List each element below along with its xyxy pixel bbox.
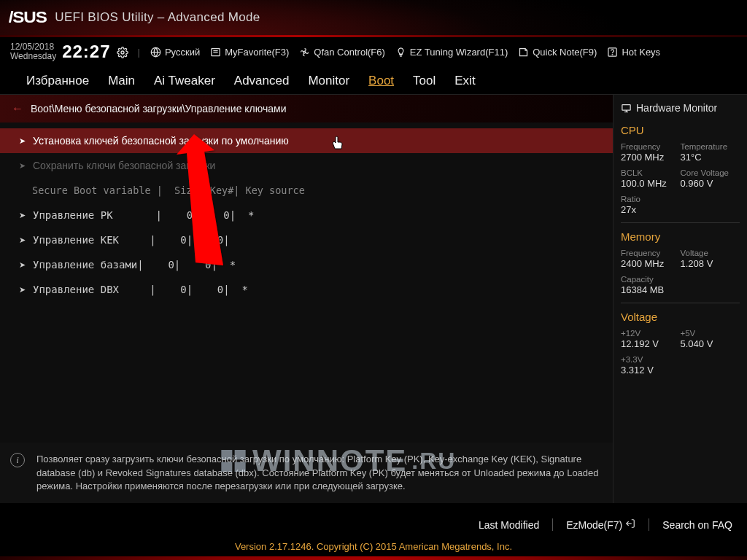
- svg-rect-8: [622, 104, 630, 110]
- submenu-arrow-icon: ➤: [19, 136, 26, 146]
- decorative-stripe: [0, 556, 747, 560]
- v33-value: 3.312 V: [621, 365, 740, 376]
- content-panel: ← Boot\Меню безопасной загрузки\Управлен…: [0, 95, 613, 503]
- tab-boot[interactable]: Boot: [368, 74, 394, 88]
- row-dbx[interactable]: ➤ Управление DBX | 0| 0| *: [0, 277, 613, 302]
- copyright-text: Version 2.17.1246. Copyright (C) 2015 Am…: [0, 538, 747, 556]
- qfan-label: Qfan Control(F6): [314, 47, 385, 58]
- quicknote-label: Quick Note(F9): [533, 47, 597, 58]
- fan-icon: [299, 47, 310, 58]
- bclk-value: 100.0 MHz: [621, 178, 681, 189]
- app-title: UEFI BIOS Utility – Advanced Mode: [55, 10, 260, 25]
- hotkeys-label: Hot Keys: [622, 47, 660, 58]
- eztuning-button[interactable]: EZ Tuning Wizard(F11): [395, 47, 508, 58]
- submenu-arrow-icon: ➤: [19, 161, 26, 171]
- mem-cap-label: Capacity: [621, 275, 740, 284]
- help-text: Позволяет сразу загрузить ключи безопасн…: [36, 454, 599, 491]
- row-label: Управление базами| 0| 0| *: [33, 259, 236, 271]
- v12-value: 12.192 V: [621, 338, 681, 349]
- quicknote-button[interactable]: Quick Note(F9): [518, 47, 597, 58]
- row-label: Управление DBX | 0| 0| *: [33, 284, 248, 295]
- svg-point-5: [304, 51, 306, 53]
- tab-exit[interactable]: Exit: [454, 74, 475, 88]
- datetime-block: 12/05/2018 Wednesday 22:27: [10, 42, 128, 62]
- language-select[interactable]: Русский: [150, 47, 200, 58]
- weekday-text: Wednesday: [10, 52, 56, 61]
- settings-list: ➤ Установка ключей безопасной загрузки п…: [0, 122, 613, 443]
- row-pk[interactable]: ➤ Управление PK | 0| 0| *: [0, 203, 613, 228]
- globe-icon: [150, 47, 161, 58]
- v33-label: +3.3V: [621, 355, 740, 364]
- hwmon-title-text: Hardware Monitor: [636, 102, 717, 114]
- v12-label: +12V: [621, 329, 681, 338]
- main-tabs: Избранное Main Ai Tweaker Advanced Monit…: [0, 69, 747, 95]
- ratio-label: Ratio: [621, 195, 740, 203]
- row-label: Управление PK | 0| 0| *: [33, 209, 254, 221]
- tab-favorites[interactable]: Избранное: [26, 74, 89, 88]
- tab-aitweaker[interactable]: Ai Tweaker: [154, 74, 215, 88]
- submenu-arrow-icon: ➤: [19, 236, 26, 245]
- monitor-icon: [621, 103, 632, 114]
- corevolt-label: Core Voltage: [681, 168, 740, 177]
- row-label: Сохранить ключи безопасной загрузки: [33, 160, 215, 171]
- cpu-freq-value: 2700 MHz: [621, 152, 681, 163]
- row-label: Управление KEK | 0| 0|: [33, 234, 230, 246]
- row-label: Установка ключей безопасной загрузки по …: [33, 135, 289, 147]
- row-save-keys: ➤ Сохранить ключи безопасной загрузки: [0, 153, 613, 178]
- bottom-bar: Last Modified EzMode(F7) Search on FAQ V…: [0, 511, 747, 560]
- tab-main[interactable]: Main: [108, 74, 135, 88]
- note-icon: [518, 47, 529, 58]
- hotkeys-button[interactable]: Hot Keys: [607, 47, 660, 58]
- main-area: ← Boot\Меню безопасной загрузки\Управлен…: [0, 95, 747, 503]
- voltage-heading: Voltage: [621, 311, 740, 323]
- language-label: Русский: [165, 47, 200, 58]
- mem-volt-value: 1.208 V: [681, 258, 740, 269]
- submenu-arrow-icon: ➤: [19, 285, 26, 295]
- submenu-arrow-icon: ➤: [19, 260, 26, 270]
- list-icon: [210, 47, 221, 58]
- breadcrumb-text: Boot\Меню безопасной загрузки\Управление…: [31, 103, 286, 114]
- brand-logo: /SUS: [9, 8, 47, 27]
- row-column-header: Secure Boot variable | Size| Key#| Key s…: [0, 178, 613, 203]
- header-text: Secure Boot variable | Size| Key#| Key s…: [32, 184, 305, 196]
- clock-time: 22:27: [62, 42, 110, 62]
- mem-freq-value: 2400 MHz: [621, 258, 681, 269]
- mem-volt-label: Voltage: [681, 249, 740, 257]
- svg-point-0: [121, 51, 124, 54]
- eztuning-label: EZ Tuning Wizard(F11): [410, 47, 508, 58]
- ezmode-button[interactable]: EzMode(F7): [566, 518, 635, 531]
- gear-icon[interactable]: [117, 47, 128, 58]
- ratio-value: 27x: [621, 204, 740, 215]
- cpu-heading: CPU: [621, 124, 740, 136]
- bulb-icon: [395, 47, 406, 58]
- mem-freq-label: Frequency: [621, 249, 681, 257]
- qfan-button[interactable]: Qfan Control(F6): [299, 47, 385, 58]
- row-db[interactable]: ➤ Управление базами| 0| 0| *: [0, 252, 613, 277]
- memory-heading: Memory: [621, 230, 740, 243]
- title-bar: /SUS UEFI BIOS Utility – Advanced Mode: [0, 0, 747, 35]
- mem-cap-value: 16384 MB: [621, 284, 740, 295]
- exit-icon: [625, 518, 635, 531]
- row-kek[interactable]: ➤ Управление KEK | 0| 0|: [0, 228, 613, 252]
- info-row: 12/05/2018 Wednesday 22:27 | Русский MyF…: [0, 37, 747, 69]
- svg-point-7: [613, 54, 614, 55]
- last-modified-button[interactable]: Last Modified: [479, 518, 539, 531]
- tab-advanced[interactable]: Advanced: [234, 74, 290, 88]
- cpu-temp-label: Temperature: [681, 142, 740, 151]
- tab-monitor[interactable]: Monitor: [308, 74, 349, 88]
- submenu-arrow-icon: ➤: [19, 211, 26, 220]
- v5-label: +5V: [681, 329, 740, 338]
- cpu-temp-value: 31°C: [681, 152, 740, 163]
- help-panel: i Позволяет сразу загрузить ключи безопа…: [0, 443, 613, 503]
- bclk-label: BCLK: [621, 168, 681, 177]
- myfavorite-button[interactable]: MyFavorite(F3): [210, 47, 289, 58]
- row-install-default-keys[interactable]: ➤ Установка ключей безопасной загрузки п…: [0, 128, 613, 153]
- tab-tool[interactable]: Tool: [413, 74, 436, 88]
- v5-value: 5.040 V: [681, 338, 740, 349]
- back-arrow-icon[interactable]: ←: [12, 102, 23, 115]
- breadcrumb[interactable]: ← Boot\Меню безопасной загрузки\Управлен…: [0, 95, 613, 122]
- cpu-freq-label: Frequency: [621, 142, 681, 151]
- help-icon: [607, 47, 618, 58]
- info-icon: i: [10, 453, 25, 467]
- search-faq-button[interactable]: Search on FAQ: [662, 518, 732, 531]
